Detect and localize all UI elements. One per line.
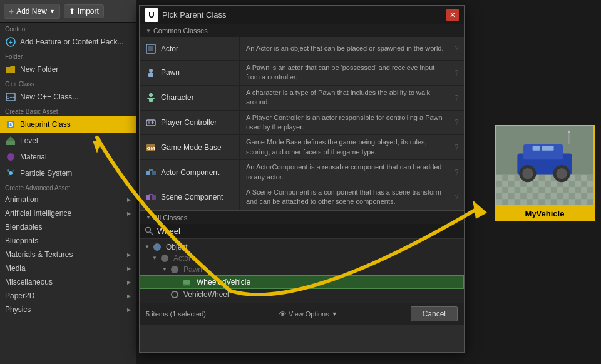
ue-logo: U (145, 8, 158, 22)
pawn-class-label: Pawn (161, 68, 180, 77)
all-classes-label: All Classes (153, 214, 187, 221)
wheeled-vehicle-label: WheeledVehicle (197, 278, 250, 286)
svg-rect-27 (146, 171, 150, 175)
svg-point-10 (7, 169, 9, 172)
tree-object[interactable]: ▼ Object (140, 241, 464, 253)
cancel-button[interactable]: Cancel (411, 306, 458, 321)
actor-node-icon (161, 255, 168, 262)
sidebar-item-media[interactable]: Media (0, 261, 136, 275)
tree-actor-node[interactable]: ▼ Actor (140, 253, 464, 264)
svg-marker-7 (6, 136, 15, 141)
blueprint-label: Blueprint Class (20, 120, 71, 129)
sidebar-item-new-folder[interactable]: New Folder (0, 61, 136, 78)
title-left: U Pick Parent Class (145, 8, 227, 22)
sidebar-item-material[interactable]: Material (0, 149, 136, 165)
svg-point-17 (149, 93, 153, 97)
tree-pawn-node[interactable]: ▼ Pawn (140, 264, 464, 275)
tree-vehicle-wheel-node[interactable]: VehicleWheel (140, 289, 464, 300)
svg-point-9 (9, 171, 13, 175)
close-button[interactable]: ✕ (446, 9, 459, 21)
search-bar (140, 224, 464, 239)
player-controller-class-button[interactable]: Player Controller (140, 111, 240, 135)
add-new-button[interactable]: + Add New ▼ (4, 4, 60, 19)
class-row-actor-component: Actor Component An ActorComponent is a r… (140, 160, 464, 185)
pawn-node-icon (171, 266, 178, 273)
animation-label: Animation (5, 195, 38, 204)
folder-icon (5, 64, 16, 75)
sidebar-item-blueprint[interactable]: B Blueprint Class (0, 116, 136, 133)
sidebar-item-miscellaneous[interactable]: Miscellaneous (0, 275, 136, 289)
svg-text:+: + (9, 39, 13, 46)
add-new-label: Add New (16, 7, 47, 16)
svg-rect-30 (146, 195, 150, 200)
object-node-icon (153, 243, 161, 251)
sidebar-item-ai[interactable]: Artificial Intelligence (0, 206, 136, 220)
cpp-icon: C++ (5, 91, 16, 103)
svg-rect-28 (152, 171, 156, 175)
sidebar-item-paper2d[interactable]: Paper2D (0, 289, 136, 303)
svg-point-8 (7, 153, 14, 161)
material-label: Material (20, 153, 47, 161)
sidebar-item-blendables[interactable]: Blendables (0, 220, 136, 234)
svg-point-47 (522, 168, 533, 179)
actor-help-icon[interactable]: ? (449, 37, 464, 60)
actor-component-desc: An ActorComponent is a reusable componen… (240, 160, 449, 185)
scene-component-icon (145, 191, 157, 203)
import-button[interactable]: ⬆ Import (64, 4, 104, 18)
class-search-input[interactable] (157, 226, 459, 236)
class-row-scene-component: Scene Component A Scene Component is a c… (140, 185, 464, 210)
player-controller-class-label: Player Controller (161, 118, 217, 127)
dropdown-arrow-icon: ▼ (49, 8, 55, 14)
sidebar-item-blueprints[interactable]: Blueprints (0, 234, 136, 248)
actor-component-class-button[interactable]: Actor Component (140, 160, 240, 185)
sidebar-item-particle[interactable]: Particle System (0, 165, 136, 181)
folder-section-label: Folder (0, 50, 136, 61)
character-desc: A character is a type of Pawn that inclu… (240, 86, 449, 110)
sidebar-item-new-cpp[interactable]: C++ New C++ Class... (0, 89, 136, 105)
actor-component-help-icon[interactable]: ? (449, 160, 464, 185)
level-icon (5, 135, 16, 146)
pawn-help-icon[interactable]: ? (449, 61, 464, 85)
pawn-class-button[interactable]: Pawn (140, 61, 240, 85)
character-help-icon[interactable]: ? (449, 86, 464, 110)
cpp-label: New C++ Class... (20, 93, 78, 101)
actor-class-label: Actor (161, 44, 178, 53)
items-count: 5 items (1 selected) (146, 310, 206, 318)
game-mode-class-button[interactable]: GM Game Mode Base (140, 135, 240, 159)
svg-rect-51 (542, 146, 553, 151)
ai-label: Artificial Intelligence (5, 209, 71, 218)
sidebar-item-animation[interactable]: Animation (0, 193, 136, 206)
actor-class-button[interactable]: Actor (140, 37, 240, 60)
tree-wheeled-vehicle-node[interactable]: WheeledVehicle (140, 275, 464, 289)
svg-point-15 (149, 69, 153, 73)
vehicle-label: MyVehicle (495, 206, 595, 221)
svg-text:B: B (8, 121, 13, 128)
level-label: Level (20, 136, 38, 145)
svg-point-49 (556, 168, 567, 179)
content-pack-label: Add Feature or Content Pack... (20, 38, 123, 46)
sidebar-item-materials-textures[interactable]: Materials & Textures (0, 248, 136, 261)
sidebar-item-content-pack[interactable]: + Add Feature or Content Pack... (0, 34, 136, 50)
vehicle-wheel-label: VehicleWheel (183, 290, 229, 299)
scene-component-class-button[interactable]: Scene Component (140, 185, 240, 210)
svg-rect-50 (533, 146, 540, 151)
expand-pawn-icon: ▼ (162, 266, 168, 272)
svg-rect-20 (152, 98, 155, 99)
expand-object-icon: ▼ (145, 244, 151, 250)
advanced-section-label: Create Advanced Asset (0, 181, 136, 193)
game-mode-desc: Game Mode Base defines the game being pl… (240, 135, 449, 159)
scene-component-help-icon[interactable]: ? (449, 185, 464, 210)
svg-text:C++: C++ (6, 94, 15, 100)
player-controller-help-icon[interactable]: ? (449, 111, 464, 135)
actor-component-icon (145, 166, 157, 179)
view-options-button[interactable]: 👁 View Options ▼ (279, 310, 337, 318)
pawn-desc: A Pawn is an actor that can be 'possesse… (240, 61, 449, 85)
sidebar-item-level[interactable]: Level (0, 133, 136, 149)
sidebar-item-physics[interactable]: Physics (0, 303, 136, 316)
svg-rect-24 (152, 122, 155, 123)
game-mode-help-icon[interactable]: ? (449, 135, 464, 159)
folder-label: New Folder (20, 65, 58, 74)
character-class-button[interactable]: Character (140, 86, 240, 110)
eye-icon: 👁 (279, 310, 286, 318)
svg-rect-6 (6, 141, 15, 145)
